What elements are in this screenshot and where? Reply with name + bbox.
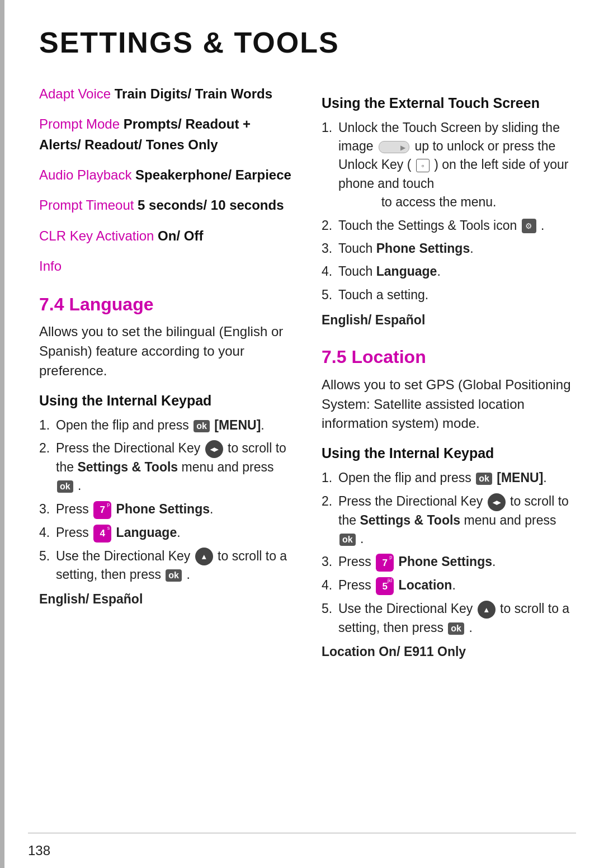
list-item: 4. Touch Language.	[322, 262, 576, 281]
directional-key-icon: ▴	[195, 548, 213, 565]
section-75-desc: Allows you to set GPS (Global Positionin…	[322, 375, 576, 433]
accent-bar	[0, 0, 4, 868]
directional-key-icon: ▴	[478, 601, 496, 619]
list-item: 3. Press 7p Phone Settings.	[39, 500, 294, 519]
menu-item-info: Info	[39, 256, 294, 276]
touch-steps: 1. Unlock the Touch Screen by sliding th…	[322, 119, 576, 304]
list-item: 1. Open the flip and press ok [MENU].	[322, 469, 576, 487]
menu-item-adapt-voice: Adapt Voice Train Digits/ Train Words	[39, 83, 294, 103]
location-options: Location On/ E911 Only	[322, 643, 576, 661]
unlock-image-icon	[379, 141, 409, 153]
ok-key-icon: ok	[57, 480, 73, 493]
list-item: 2. Touch the Settings & Tools icon ⚙ .	[322, 216, 576, 235]
language-options-left: English/ Español	[39, 590, 294, 608]
section-74-heading: 7.4 Language	[39, 292, 294, 317]
list-item: 1. Unlock the Touch Screen by sliding th…	[322, 119, 576, 212]
list-item: 2. Press the Directional Key ◂▸ to scrol…	[39, 439, 294, 496]
settings-tools-icon: ⚙	[522, 219, 536, 233]
ok-key-icon: ok	[448, 622, 464, 635]
menu-item-prompt-mode: Prompt Mode Prompts/ Readout + Alerts/ R…	[39, 114, 294, 154]
num-key-7-icon: 7p	[376, 554, 394, 572]
language-steps-left: 1. Open the flip and press ok [MENU]. 2.…	[39, 416, 294, 584]
page-title: SETTINGS & TOOLS	[39, 22, 576, 63]
list-item: 1. Open the flip and press ok [MENU].	[39, 416, 294, 435]
touch-options: English/ Español	[322, 311, 576, 329]
two-col-layout: Adapt Voice Train Digits/ Train Words Pr…	[39, 83, 576, 664]
menu-item-prompt-timeout: Prompt Timeout 5 seconds/ 10 seconds	[39, 195, 294, 215]
list-item: 4. Press 4s Language.	[39, 523, 294, 542]
directional-key-icon: ◂▸	[488, 493, 506, 511]
menu-item-audio-playback: Audio Playback Speakerphone/ Earpiece	[39, 164, 294, 185]
internal-keypad-heading-right: Using the Internal Keypad	[322, 444, 576, 463]
left-column: Adapt Voice Train Digits/ Train Words Pr…	[39, 83, 294, 664]
list-item: 5. Use the Directional Key ▴ to scroll t…	[322, 600, 576, 637]
list-item: 3. Press 7p Phone Settings.	[322, 553, 576, 572]
internal-keypad-heading-left: Using the Internal Keypad	[39, 391, 294, 411]
list-item: 4. Press 5jkl Location.	[322, 576, 576, 595]
list-item: 3. Touch Phone Settings.	[322, 239, 576, 258]
content-area: SETTINGS & TOOLS Adapt Voice Train Digit…	[11, 0, 604, 833]
ok-key-icon: ok	[476, 473, 492, 485]
menu-item-clr-key: CLR Key Activation On/ Off	[39, 225, 294, 246]
list-item: 5. Touch a setting.	[322, 286, 576, 304]
section-75-heading: 7.5 Location	[322, 345, 576, 370]
right-column: Using the External Touch Screen 1. Unloc…	[322, 83, 576, 664]
ok-key-icon: ok	[194, 420, 210, 432]
num-key-5-icon: 5jkl	[376, 577, 394, 595]
location-steps-right: 1. Open the flip and press ok [MENU]. 2.…	[322, 469, 576, 637]
unlock-key-icon: ◦	[416, 159, 430, 172]
num-key-7-icon: 7p	[93, 501, 111, 519]
page-number: 138	[0, 833, 604, 868]
list-item: 2. Press the Directional Key ◂▸ to scrol…	[322, 492, 576, 549]
list-item: 5. Use the Directional Key ▴ to scroll t…	[39, 547, 294, 584]
ok-key-icon: ok	[166, 569, 182, 582]
ok-key-icon: ok	[339, 534, 356, 546]
external-touch-heading: Using the External Touch Screen	[322, 93, 576, 113]
section-74-desc: Allows you to set the bilingual (English…	[39, 322, 294, 380]
num-key-4-icon: 4s	[93, 525, 111, 542]
directional-key-icon: ◂▸	[205, 440, 223, 458]
page-container: SETTINGS & TOOLS Adapt Voice Train Digit…	[0, 0, 604, 868]
